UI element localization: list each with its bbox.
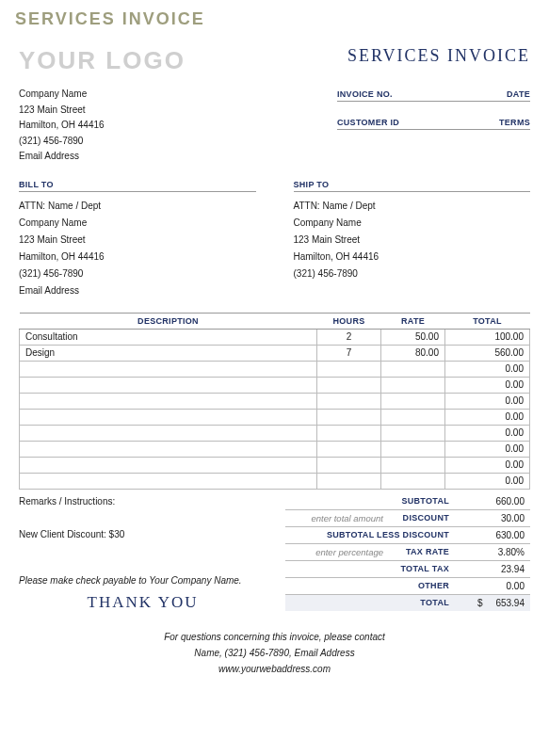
footer-line3: www.yourwebaddress.com bbox=[19, 661, 530, 677]
total-tax-label: TOTAL TAX bbox=[285, 561, 455, 577]
cell-desc bbox=[20, 457, 317, 473]
cell-desc bbox=[20, 473, 317, 489]
table-row: 0.00 bbox=[20, 361, 530, 377]
sender-email: Email Address bbox=[19, 149, 105, 165]
total-value: $ 653.94 bbox=[455, 595, 530, 611]
cell-hours bbox=[317, 425, 381, 441]
col-hours: HOURS bbox=[317, 313, 381, 329]
cell-rate bbox=[381, 393, 445, 409]
cell-rate bbox=[381, 441, 445, 457]
ship-city: Hamilton, OH 44416 bbox=[294, 249, 531, 265]
invoice-meta: INVOICE NO. DATE CUSTOMER ID TERMS bbox=[337, 87, 530, 165]
cell-rate bbox=[381, 361, 445, 377]
total-label: TOTAL bbox=[285, 595, 455, 611]
cell-total: 0.00 bbox=[445, 473, 530, 489]
table-row: Consultation250.00100.00 bbox=[20, 329, 530, 345]
cell-rate bbox=[381, 409, 445, 425]
ship-to-block: ATTN: Name / Dept Company Name 123 Main … bbox=[294, 198, 531, 282]
subtotal-value: 660.00 bbox=[455, 493, 530, 509]
footer-line2: Name, (321) 456-7890, Email Address bbox=[19, 645, 530, 661]
table-row: 0.00 bbox=[20, 441, 530, 457]
cell-desc: Design bbox=[20, 345, 317, 361]
bill-to-block: ATTN: Name / Dept Company Name 123 Main … bbox=[19, 198, 256, 299]
less-value: 630.00 bbox=[455, 527, 530, 543]
ship-street: 123 Main Street bbox=[294, 232, 531, 249]
bill-to-header: BILL TO bbox=[19, 180, 256, 192]
cell-hours: 7 bbox=[317, 345, 381, 361]
cell-total: 0.00 bbox=[445, 425, 530, 441]
cell-desc: Consultation bbox=[20, 329, 317, 345]
col-total: TOTAL bbox=[445, 313, 530, 329]
payable-text: Please make check payable to Your Compan… bbox=[19, 575, 285, 586]
cell-rate: 50.00 bbox=[381, 329, 445, 345]
cell-rate bbox=[381, 425, 445, 441]
table-row: 0.00 bbox=[20, 393, 530, 409]
cell-total: 0.00 bbox=[445, 393, 530, 409]
cell-desc bbox=[20, 409, 317, 425]
bill-phone: (321) 456-7890 bbox=[19, 265, 256, 282]
ship-phone: (321) 456-7890 bbox=[294, 265, 531, 282]
subtotal-label: SUBTOTAL bbox=[285, 493, 455, 509]
cell-rate bbox=[381, 473, 445, 489]
table-row: 0.00 bbox=[20, 425, 530, 441]
remarks-note: New Client Discount: $30 bbox=[19, 529, 285, 539]
document-title: SERVICES INVOICE bbox=[347, 46, 530, 66]
col-rate: RATE bbox=[381, 313, 445, 329]
customer-id-label: CUSTOMER ID bbox=[337, 118, 476, 127]
cell-hours bbox=[317, 441, 381, 457]
cell-desc bbox=[20, 393, 317, 409]
remarks-label: Remarks / Instructions: bbox=[19, 496, 285, 507]
totals-block: SUBTOTAL 660.00 enter total amount DISCO… bbox=[285, 493, 530, 612]
table-row: 0.00 bbox=[20, 457, 530, 473]
discount-label: DISCOUNT bbox=[389, 510, 455, 526]
thank-you: THANK YOU bbox=[19, 593, 285, 612]
cell-desc bbox=[20, 361, 317, 377]
sender-address: Company Name 123 Main Street Hamilton, O… bbox=[19, 87, 105, 165]
sender-city: Hamilton, OH 44416 bbox=[19, 118, 105, 134]
cell-hours bbox=[317, 473, 381, 489]
line-items-table: DESCRIPTION HOURS RATE TOTAL Consultatio… bbox=[19, 313, 530, 490]
tax-rate-label: TAX RATE bbox=[389, 544, 455, 560]
cell-total: 0.00 bbox=[445, 457, 530, 473]
cell-desc bbox=[20, 377, 317, 393]
cell-desc bbox=[20, 425, 317, 441]
cell-rate: 80.00 bbox=[381, 345, 445, 361]
page-header: SERVICES INVOICE bbox=[0, 0, 549, 46]
logo-placeholder: YOUR LOGO bbox=[19, 46, 186, 75]
cell-desc bbox=[20, 441, 317, 457]
invoice-no-label: INVOICE NO. bbox=[337, 89, 476, 99]
table-row: 0.00 bbox=[20, 473, 530, 489]
cell-total: 0.00 bbox=[445, 361, 530, 377]
cell-hours bbox=[317, 409, 381, 425]
cell-total: 560.00 bbox=[445, 345, 530, 361]
total-tax-value: 23.94 bbox=[455, 561, 530, 577]
sender-street: 123 Main Street bbox=[19, 103, 105, 119]
cell-rate bbox=[381, 457, 445, 473]
cell-total: 0.00 bbox=[445, 441, 530, 457]
less-label: SUBTOTAL LESS DISCOUNT bbox=[285, 527, 455, 543]
cell-hours bbox=[317, 457, 381, 473]
cell-hours: 2 bbox=[317, 329, 381, 345]
ship-company: Company Name bbox=[294, 215, 531, 232]
bill-city: Hamilton, OH 44416 bbox=[19, 249, 256, 265]
ship-attn: ATTN: Name / Dept bbox=[294, 198, 531, 215]
footer-line1: For questions concerning this invoice, p… bbox=[19, 629, 530, 645]
bill-attn: ATTN: Name / Dept bbox=[19, 198, 256, 215]
tax-rate-value: 3.80% bbox=[455, 544, 530, 560]
bill-street: 123 Main Street bbox=[19, 232, 256, 249]
table-row: Design780.00560.00 bbox=[20, 345, 530, 361]
tax-hint: enter percentage bbox=[285, 544, 389, 560]
discount-hint: enter total amount bbox=[285, 510, 389, 526]
footer-block: For questions concerning this invoice, p… bbox=[19, 629, 530, 677]
cell-total: 0.00 bbox=[445, 377, 530, 393]
terms-label: TERMS bbox=[476, 118, 530, 127]
sender-company: Company Name bbox=[19, 87, 105, 103]
cell-total: 0.00 bbox=[445, 409, 530, 425]
other-label: OTHER bbox=[285, 578, 455, 594]
col-description: DESCRIPTION bbox=[20, 313, 317, 329]
cell-hours bbox=[317, 377, 381, 393]
ship-to-header: SHIP TO bbox=[294, 180, 531, 192]
sender-phone: (321) 456-7890 bbox=[19, 134, 105, 150]
date-label: DATE bbox=[476, 89, 530, 99]
bill-email: Email Address bbox=[19, 282, 256, 299]
